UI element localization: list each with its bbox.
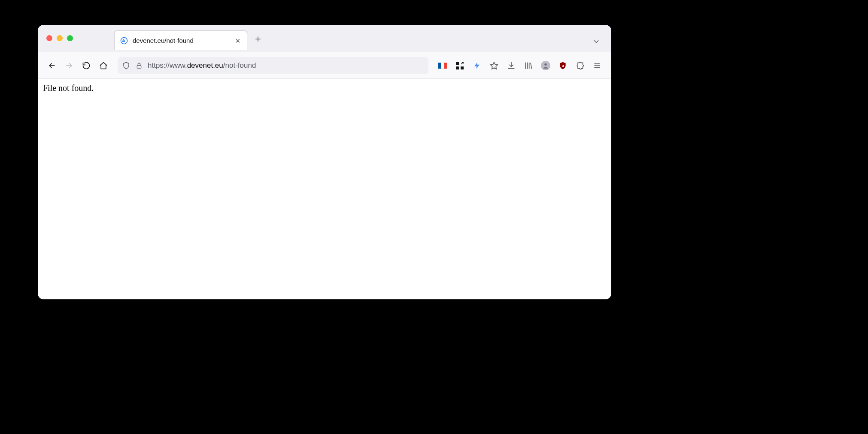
new-tab-button[interactable] — [251, 32, 265, 46]
grid-extension-icon[interactable] — [452, 58, 467, 73]
window-controls — [46, 35, 73, 41]
france-flag-icon[interactable] — [435, 58, 450, 73]
window-maximize-button[interactable] — [67, 35, 73, 41]
svg-rect-1 — [137, 65, 141, 68]
tabstrip-right — [589, 34, 604, 49]
browser-tab[interactable]: devenet.eu/not-found — [114, 30, 247, 50]
window-close-button[interactable] — [46, 35, 52, 41]
tab-title: devenet.eu/not-found — [133, 37, 230, 44]
app-menu-button[interactable] — [590, 58, 604, 73]
window-minimize-button[interactable] — [57, 35, 63, 41]
toolbar-right: u — [435, 58, 604, 73]
ublock-shield-icon[interactable]: u — [555, 58, 570, 73]
browser-window: devenet.eu/not-found — [38, 25, 611, 299]
url-text: https://www.devenet.eu/not-found — [148, 61, 256, 70]
page-content: File not found. — [38, 79, 611, 299]
lightning-extension-icon[interactable] — [470, 58, 484, 73]
profile-icon[interactable] — [538, 58, 553, 73]
tab-favicon-icon — [120, 36, 128, 45]
tabs-area: devenet.eu/not-found — [114, 25, 605, 52]
list-all-tabs-button[interactable] — [589, 34, 604, 49]
svg-point-2 — [544, 63, 546, 65]
extensions-puzzle-icon[interactable] — [573, 58, 587, 73]
lock-icon[interactable] — [135, 61, 143, 70]
url-prefix: https://www. — [148, 61, 187, 69]
back-button[interactable] — [45, 58, 59, 73]
url-bar[interactable]: https://www.devenet.eu/not-found — [118, 57, 428, 74]
bookmark-star-icon[interactable] — [487, 58, 501, 73]
reload-button[interactable] — [79, 58, 94, 73]
url-path: /not-found — [223, 61, 256, 69]
home-button[interactable] — [96, 58, 111, 73]
navigation-toolbar: https://www.devenet.eu/not-found — [38, 52, 611, 79]
tab-strip: devenet.eu/not-found — [38, 25, 611, 52]
tracking-protection-icon[interactable] — [122, 61, 131, 70]
downloads-icon[interactable] — [504, 58, 519, 73]
svg-text:u: u — [561, 63, 564, 67]
url-host: devenet.eu — [187, 61, 223, 69]
forward-button[interactable] — [62, 58, 76, 73]
tab-close-button[interactable] — [234, 37, 242, 45]
library-icon[interactable] — [521, 58, 536, 73]
error-message: File not found. — [43, 83, 606, 93]
